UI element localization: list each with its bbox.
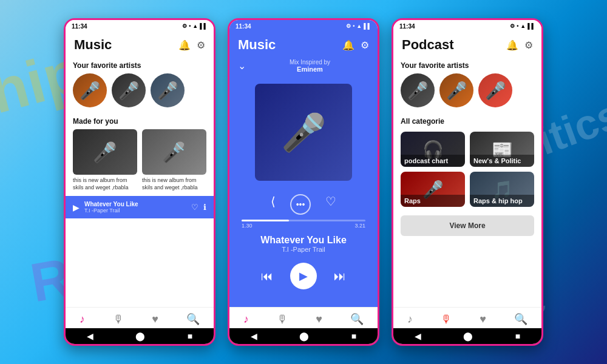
phone1-status-icons: ⚙ • ▲ ▌▌: [182, 23, 208, 29]
np-play-icon[interactable]: ▶: [73, 203, 80, 212]
phone2-bell-icon[interactable]: 🔔: [342, 39, 354, 51]
phone1-artists-row: 🎤 🎤 🎤: [66, 73, 214, 112]
progress-bar[interactable]: [242, 220, 365, 221]
phone1-card-2-img: 🎤: [142, 129, 206, 175]
phone2-player-header: ⌄ Mix Inspired by Eminem: [229, 56, 378, 78]
phone3-section2-title: All categorie: [393, 112, 541, 129]
play-icon: ▶: [299, 269, 308, 283]
settings-icon: ⚙: [182, 23, 187, 29]
news-politic-label: New's & Politic: [470, 155, 534, 167]
phone1-artist-3[interactable]: 🎤: [151, 73, 185, 107]
phone3-artist-2[interactable]: 🎤: [439, 73, 473, 107]
phone1-card-2[interactable]: 🎤 this is new album from skils and weget…: [142, 129, 206, 191]
phone1-section1-title: Your favorite artists: [66, 56, 214, 73]
time-current: 1.30: [242, 223, 253, 229]
phone3-status-icons: ⚙ • ▲ ▌▌: [510, 23, 535, 29]
phone1-card-1[interactable]: 🎤 this is new album from skils and weget…: [73, 129, 137, 191]
np-info-icon[interactable]: ℹ: [203, 203, 206, 212]
phone3-bottom-nav: ♪ 🎙 ♥ 🔍: [393, 307, 541, 328]
phone2-recents-btn[interactable]: ■: [351, 331, 356, 341]
category-news-politic[interactable]: 📰 New's & Politic: [470, 132, 534, 167]
phone1-card-1-img: 🎤: [73, 129, 137, 175]
phone3-avatar-2: 🎤: [439, 73, 473, 107]
phone3-artist-3[interactable]: 🎤: [478, 73, 512, 107]
avatar-1-img: 🎤: [73, 73, 107, 107]
category-raps-hiphop[interactable]: 🎵 Raps & hip hop: [470, 172, 534, 207]
phone2-settings-icon[interactable]: ⚙: [361, 39, 369, 51]
phone1-artist-1[interactable]: 🎤: [73, 73, 107, 107]
np-artist: T.I -Paper Trail: [84, 207, 186, 214]
phone1-artist-2[interactable]: 🎤: [112, 73, 146, 107]
phone3-nav-mic[interactable]: 🎙: [441, 313, 452, 326]
player-controls: ⏮ ▶ ⏭: [229, 257, 378, 298]
player-song-info: Whatever You Like T.I -Paper Trail: [229, 231, 378, 257]
phone3-system-nav: ◀ ⬤ ■: [393, 328, 541, 344]
next-icon[interactable]: ⏭: [334, 269, 346, 283]
phone1-system-nav: ◀ ⬤ ■: [66, 328, 214, 344]
chevron-down-icon[interactable]: ⌄: [238, 60, 246, 72]
phone3-signal: ▌▌: [527, 23, 535, 29]
phone2-dot: •: [353, 23, 354, 29]
more-options-icon[interactable]: •••: [290, 194, 311, 215]
progress-fill: [242, 220, 289, 221]
dots-icon: •••: [296, 200, 305, 209]
podcast-chart-label: podcast chart: [401, 155, 465, 167]
phone1-header: Music 🔔 ⚙: [66, 32, 214, 56]
phone3-time: 11:34: [399, 23, 415, 30]
phone1-back-btn[interactable]: ◀: [87, 331, 93, 341]
wifi-icon: ▲: [192, 23, 198, 29]
progress-container: 1.30 3.21: [229, 220, 378, 231]
phone1-nav-music[interactable]: ♪: [80, 313, 85, 326]
phone3-wifi: ▲: [520, 23, 526, 29]
phone3-artist-1[interactable]: 🎤: [401, 73, 435, 107]
phone3-categories-grid: 🎧 podcast chart 📰 New's & Politic 🎤 Raps…: [393, 129, 541, 212]
time-total: 3.21: [354, 223, 365, 229]
category-raps[interactable]: 🎤 Raps: [401, 172, 465, 207]
phone1-bottom-nav: ♪ 🎙 ♥ 🔍: [66, 307, 214, 328]
phone3-home-btn[interactable]: ⬤: [463, 331, 473, 341]
phone3-nav-music[interactable]: ♪: [407, 313, 413, 326]
phone2-nav-mic[interactable]: 🎙: [277, 313, 288, 326]
phone3-back-btn[interactable]: ◀: [415, 331, 421, 341]
player-header-text: Mix Inspired by Eminem: [251, 59, 369, 73]
phone3-nav-heart[interactable]: ♥: [480, 313, 486, 326]
phone1-now-playing[interactable]: ▶ Whatever You Like T.I -Paper Trail ♡ ℹ: [66, 196, 214, 218]
phone3-nav-search[interactable]: 🔍: [514, 312, 527, 326]
phone3-dot: •: [517, 23, 518, 29]
phone1-nav-heart[interactable]: ♥: [152, 313, 158, 326]
share-icon[interactable]: ⟨: [271, 194, 276, 215]
phone1-content: Your favorite artists 🎤 🎤 🎤 Made for you…: [66, 56, 214, 307]
phone1-home-btn[interactable]: ⬤: [135, 331, 145, 341]
phone2-home-btn[interactable]: ⬤: [299, 331, 309, 341]
bell-icon[interactable]: 🔔: [178, 39, 191, 51]
phone3-settings-icon: ⚙: [510, 23, 515, 29]
signal-icon: ▌▌: [200, 23, 208, 29]
progress-times: 1.30 3.21: [242, 223, 365, 229]
previous-icon[interactable]: ⏮: [261, 269, 273, 283]
player-song-artist: T.I -Paper Trail: [229, 246, 378, 253]
phone1-recents-btn[interactable]: ■: [188, 331, 192, 341]
phone2-wifi: ▲: [356, 23, 362, 29]
phone3-settings-icon[interactable]: ⚙: [524, 39, 533, 51]
phone2-nav-search[interactable]: 🔍: [350, 312, 364, 326]
phone3-header: Podcast 🔔 ⚙: [393, 32, 541, 56]
phone1-nav-search[interactable]: 🔍: [186, 312, 200, 326]
phone2-time: 11:34: [236, 23, 251, 30]
phone3-recents-btn[interactable]: ■: [515, 331, 520, 341]
view-more-button[interactable]: View More: [401, 215, 534, 236]
phone3-title: Podcast: [402, 37, 454, 53]
phone2-nav-music[interactable]: ♪: [243, 313, 249, 326]
np-heart-icon[interactable]: ♡: [191, 203, 198, 212]
heart-icon[interactable]: ♡: [325, 194, 336, 215]
phone-3: 11:34 ⚙ • ▲ ▌▌ Podcast 🔔 ⚙ Your favorite…: [392, 18, 543, 346]
phone1-nav-mic[interactable]: 🎙: [113, 313, 124, 326]
phone1-header-icons: 🔔 ⚙: [178, 39, 205, 51]
player-song-title: Whatever You Like: [229, 235, 378, 246]
play-button[interactable]: ▶: [290, 263, 317, 289]
phone2-back-btn[interactable]: ◀: [251, 331, 257, 341]
settings-icon[interactable]: ⚙: [197, 39, 205, 51]
phone2-nav-heart[interactable]: ♥: [316, 313, 322, 326]
category-podcast-chart[interactable]: 🎧 podcast chart: [401, 132, 465, 167]
phone3-bell-icon[interactable]: 🔔: [506, 39, 518, 51]
np-action-icons: ♡ ℹ: [191, 203, 206, 212]
